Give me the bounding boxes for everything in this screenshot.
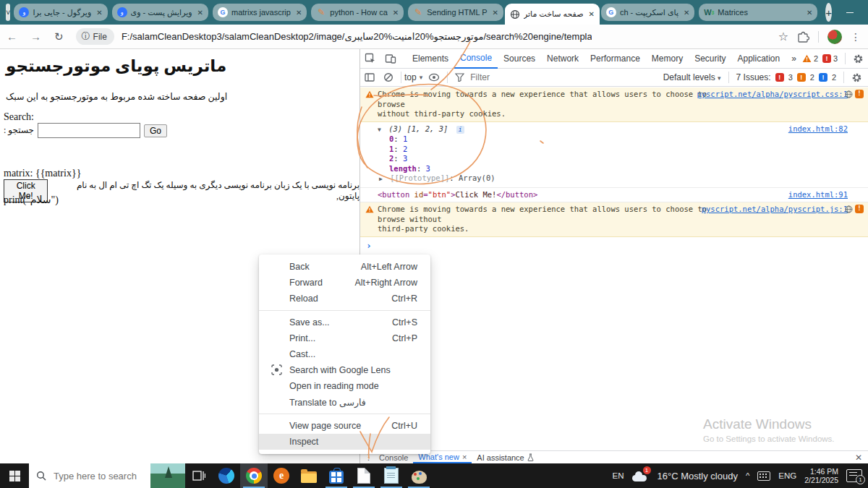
devtools-settings-gear-icon[interactable]	[853, 53, 864, 64]
show-hidden-icons-chevron[interactable]: ^	[746, 471, 749, 480]
console-settings-gear-icon[interactable]	[851, 72, 862, 83]
url-text[interactable]: F:/salamCleanDesktop3/salamCleanDesktop2…	[122, 31, 592, 42]
menu-item-view-source[interactable]: View page sourceCtrl+U	[259, 418, 430, 434]
issue-badge-icon[interactable]: !	[855, 90, 864, 98]
weather-cloud-icon[interactable]: 1	[632, 469, 650, 482]
console-filter-input[interactable]	[469, 72, 558, 83]
devtools-tab-console[interactable]: Console	[454, 49, 498, 69]
menu-item-google-lens[interactable]: Search with Google Lens	[259, 362, 430, 378]
tab-close-icon[interactable]: ✕	[296, 9, 302, 17]
drawer-tab-close-icon[interactable]: ×	[462, 453, 467, 461]
log-levels-dropdown[interactable]: Default levels ▾	[663, 72, 721, 82]
more-tabs-icon[interactable]: »	[786, 49, 802, 69]
tab-virgool-2[interactable]: و ویرایش پست - وی ✕	[112, 4, 208, 21]
minimize-button[interactable]	[836, 0, 864, 25]
devtools-tab-elements[interactable]: Elements	[407, 49, 454, 69]
issues-label[interactable]: 7 Issues:	[736, 72, 771, 82]
tab-sending-html[interactable]: ✎ Sending HTML P ✕	[408, 4, 503, 21]
devtools-tab-security[interactable]: Security	[689, 49, 731, 69]
tab-search-button[interactable]: ˅	[6, 4, 10, 21]
menu-item-reload[interactable]: ReloadCtrl+R	[259, 291, 430, 307]
error-badge-icon[interactable]: !	[822, 54, 831, 63]
tab-pyscript[interactable]: G ch - پای اسکریپت ✕	[601, 4, 694, 21]
news-interest-widget[interactable]	[150, 463, 185, 488]
menu-item-inspect[interactable]: Inspect	[259, 434, 430, 450]
new-tab-button[interactable]: +	[825, 3, 832, 22]
menu-item-save-as[interactable]: Save as...Ctrl+S	[259, 314, 430, 330]
taskbar-chrome[interactable]	[240, 463, 268, 488]
menu-item-reading-mode[interactable]: Open in reading mode	[259, 378, 430, 394]
bookmark-star-icon[interactable]: ☆	[778, 30, 788, 43]
extensions-puzzle-icon[interactable]	[797, 30, 809, 43]
warning-triangle-icon[interactable]	[802, 54, 812, 63]
devtools-tab-network[interactable]: Network	[541, 49, 584, 69]
menu-item-print[interactable]: Print...Ctrl+P	[259, 330, 430, 346]
tab-close-icon[interactable]: ✕	[493, 9, 498, 17]
console-source-link[interactable]: index.html:91	[788, 190, 848, 200]
reload-button[interactable]: ↻	[54, 30, 64, 43]
issue-badge-icon[interactable]: !	[855, 205, 864, 213]
task-view-button[interactable]	[185, 463, 213, 488]
start-button[interactable]	[0, 463, 29, 488]
tab-close-icon[interactable]: ✕	[197, 9, 203, 17]
tab-close-icon[interactable]: ✕	[588, 10, 594, 18]
device-toolbar-icon[interactable]	[385, 53, 396, 64]
tab-close-icon[interactable]: ✕	[393, 9, 399, 17]
inspect-element-icon[interactable]	[365, 53, 376, 64]
expand-open-icon[interactable]: ▼	[378, 127, 381, 133]
tab-matrices[interactable]: W3 Matrices ✕	[699, 4, 817, 21]
clear-console-icon[interactable]	[383, 72, 393, 82]
language-indicator[interactable]: ENG	[778, 471, 796, 480]
tab-active-matrix-page[interactable]: صفحه ساخت ماتر ✕	[505, 4, 600, 25]
menu-item-cast[interactable]: Cast...	[259, 346, 430, 362]
console-source-link[interactable]: pyscript.net/alpha/pyscript.css:1	[697, 90, 848, 100]
profile-avatar[interactable]	[827, 30, 842, 44]
devtools-tab-sources[interactable]: Sources	[498, 49, 541, 69]
tab-close-icon[interactable]: ✕	[96, 9, 102, 17]
action-center-icon[interactable]: 1	[846, 469, 862, 482]
live-expression-eye-icon[interactable]	[428, 73, 440, 82]
browser-menu-icon[interactable]: ⋮	[851, 31, 861, 43]
drawer-tab-ai-assistance[interactable]: AI assistance	[472, 451, 538, 463]
touch-keyboard-icon[interactable]	[757, 471, 770, 481]
console-source-link[interactable]: index.html:82	[788, 124, 848, 134]
value-info-icon[interactable]: i	[456, 126, 464, 134]
tab-close-icon[interactable]: ✕	[684, 9, 689, 17]
weather-summary[interactable]: 16°C Mostly cloudy	[658, 471, 738, 481]
maximize-button[interactable]	[864, 0, 868, 25]
taskbar-notepad[interactable]	[378, 463, 405, 488]
taskbar-microsoft-store[interactable]	[323, 463, 350, 488]
taskbar-paint[interactable]	[405, 463, 433, 488]
menu-item-translate[interactable]: Translate to فارسی	[259, 394, 430, 410]
drawer-close-icon[interactable]: ✕	[855, 453, 862, 463]
taskbar-file-explorer[interactable]	[295, 463, 323, 488]
taskbar-e-browser[interactable]: e	[268, 463, 295, 488]
clock[interactable]: 1:46 PM 2/21/2025	[804, 467, 838, 484]
expand-closed-icon[interactable]: ▶	[379, 176, 383, 182]
forward-button[interactable]: →	[30, 30, 41, 43]
console-source-link[interactable]: pyscript.net/alpha/pyscript.js:1	[702, 205, 848, 215]
console-sidebar-icon[interactable]	[365, 72, 375, 82]
array-prototype-row[interactable]: ▶ [[Prototype]]: Array(0)	[360, 174, 868, 187]
devtools-tab-memory[interactable]: Memory	[646, 49, 689, 69]
tab-python[interactable]: ✎ python - How ca ✕	[311, 4, 404, 21]
pencil-icon: ✎	[316, 7, 326, 17]
taskbar-document-app[interactable]	[350, 463, 378, 488]
menu-item-back[interactable]: BackAlt+Left Arrow	[259, 259, 430, 275]
language-indicator-short[interactable]: EN	[613, 471, 624, 480]
tab-close-icon[interactable]: ✕	[807, 9, 812, 17]
search-input[interactable]	[38, 123, 140, 138]
taskbar-edge[interactable]	[213, 463, 240, 488]
taskbar-search-input[interactable]	[52, 470, 142, 482]
context-selector-dropdown[interactable]: top▾	[404, 72, 422, 82]
site-info-chip[interactable]: ⓘ File	[76, 28, 114, 45]
console-prompt[interactable]: ›	[360, 237, 868, 251]
devtools-tab-performance[interactable]: Performance	[584, 49, 646, 69]
tab-matrixs-javascript[interactable]: G matrixs javascrip ✕	[213, 4, 307, 21]
back-button[interactable]: ←	[7, 30, 17, 43]
menu-item-forward[interactable]: ForwardAlt+Right Arrow	[259, 275, 430, 291]
tab-virgool-1[interactable]: و ویرگول - جایی برا ✕	[14, 4, 107, 21]
devtools-tab-application[interactable]: Application	[732, 49, 786, 69]
go-button[interactable]: Go	[144, 124, 167, 137]
taskbar-search[interactable]	[29, 463, 150, 488]
